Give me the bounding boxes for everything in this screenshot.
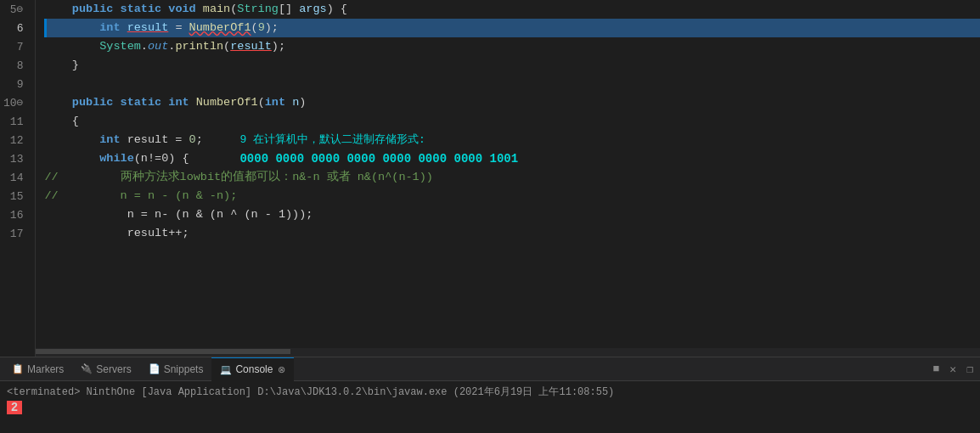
tab-snippets-label: Snippets (164, 363, 204, 375)
code-line-15: // n = n - (n & -n); (44, 187, 980, 205)
console-close-indicator: ⊗ (278, 364, 285, 375)
code-line-14: // 两种方法求lowbit的值都可以：n&-n 或者 n&(n^(n-1)) (44, 168, 980, 187)
editor-area: 5⊖ 6 7 8 9 10⊖ 11 12 13 14 15 16 17 publ… (0, 0, 980, 357)
code-container: 5⊖ 6 7 8 9 10⊖ 11 12 13 14 15 16 17 publ… (0, 0, 980, 357)
code-line-10: public static int NumberOf1(int n) (44, 93, 980, 112)
tab-snippets[interactable]: 📄 Snippets (140, 357, 212, 381)
scroll-thumb[interactable] (36, 349, 290, 354)
method-numberof1-decl: NumberOf1 (196, 93, 258, 112)
literal-9: 9 (258, 19, 265, 37)
keyword-int-12: int (99, 131, 120, 149)
code-line-5: public static void main(String[] args) { (44, 0, 980, 19)
keyword-int-10: int (168, 93, 189, 112)
method-numberof1: NumberOf1 (189, 19, 251, 37)
line-num-8: 8 (3, 56, 28, 75)
keyword-static-10: static (121, 93, 162, 112)
code-line-16: n = n- (n & (n ^ (n - 1))); (44, 205, 980, 224)
tab-markers[interactable]: 📋 Markers (3, 357, 72, 381)
tab-servers[interactable]: 🔌 Servers (72, 357, 139, 381)
line-num-5: 5⊖ (3, 0, 28, 19)
var-result: result (127, 19, 169, 37)
method-name-main: main (203, 0, 230, 19)
bottom-panel: 📋 Markers 🔌 Servers 📄 Snippets 💻 Console… (0, 357, 980, 433)
panel-tabs: 📋 Markers 🔌 Servers 📄 Snippets 💻 Console… (0, 357, 980, 381)
line-num-9: 9 (3, 75, 28, 93)
tab-console-label: Console (235, 363, 273, 375)
snippets-icon: 📄 (149, 363, 161, 374)
class-system: System (99, 37, 141, 56)
field-out: out (148, 37, 168, 56)
horizontal-scrollbar[interactable] (36, 348, 980, 357)
close-panel-button[interactable]: ✕ (946, 361, 960, 378)
console-output: 2 (7, 401, 973, 414)
line-num-12: 12 (3, 131, 28, 149)
keyword-void: void (168, 0, 195, 19)
line-num-14: 14 (3, 168, 28, 187)
method-println: println (175, 37, 223, 56)
keyword-public: public (72, 0, 114, 19)
keyword-int-param: int (265, 93, 285, 112)
code-line-9 (44, 75, 980, 93)
panel-controls: ■ ✕ ❐ (930, 361, 977, 378)
param-args: args (299, 0, 326, 19)
line-num-7: 7 (3, 37, 28, 56)
keyword-static: static (121, 0, 162, 19)
console-terminated-text: <terminated> NinthOne [Java Application]… (7, 385, 973, 399)
annotation-line1: 9 在计算机中，默认二进制存储形式: (239, 131, 425, 149)
console-icon: 💻 (220, 364, 232, 375)
tab-console[interactable]: 💻 Console ⊗ (211, 357, 294, 381)
maximize-panel-button[interactable]: ❐ (963, 361, 977, 378)
comment-line14: // 两种方法求lowbit的值都可以：n&-n 或者 n&(n^(n-1)) (44, 168, 432, 187)
type-string: String (237, 0, 279, 19)
active-line-indicator (44, 19, 47, 37)
param-n: n (292, 93, 299, 112)
keyword-int-6: int (99, 19, 120, 37)
keyword-while: while (99, 149, 134, 168)
output-value: 2 (7, 401, 22, 414)
annotation-line2: 0000 0000 0000 0000 0000 0000 0000 1001 (239, 149, 518, 168)
keyword-public-10: public (72, 93, 114, 112)
var-result-7: result (230, 37, 272, 56)
code-line-13: while(n!=0) { 0000 0000 0000 0000 0000 0… (44, 149, 980, 168)
line-num-11: 11 (3, 112, 28, 131)
stop-button[interactable]: ■ (930, 361, 943, 377)
line-num-17: 17 (3, 224, 28, 243)
servers-icon: 🔌 (81, 363, 93, 374)
line-num-15: 15 (3, 187, 28, 205)
line-num-6: 6 (3, 19, 28, 37)
markers-icon: 📋 (12, 363, 24, 374)
line-num-16: 16 (3, 205, 28, 224)
code-line-8: } (44, 56, 980, 75)
console-content: <terminated> NinthOne [Java Application]… (0, 381, 980, 418)
code-line-12: int result = 0; 9 在计算机中，默认二进制存储形式: (44, 131, 980, 149)
literal-0: 0 (189, 131, 196, 149)
code-line-6: int result = NumberOf1(9); (44, 19, 980, 37)
code-line-11: { (44, 112, 980, 131)
line-numbers: 5⊖ 6 7 8 9 10⊖ 11 12 13 14 15 16 17 (0, 0, 36, 357)
tab-servers-label: Servers (96, 363, 131, 375)
code-line-7: System.out.println(result); (44, 37, 980, 56)
code-lines[interactable]: public static void main(String[] args) {… (36, 0, 980, 357)
line-num-10: 10⊖ (3, 93, 28, 112)
tab-markers-label: Markers (27, 363, 64, 375)
line-num-13: 13 (3, 149, 28, 168)
comment-line15: // n = n - (n & -n); (44, 187, 237, 205)
code-line-17: result++; (44, 224, 980, 243)
